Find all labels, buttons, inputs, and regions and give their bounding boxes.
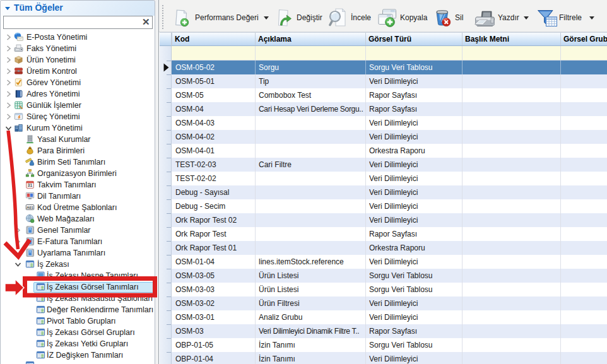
svg-text:31: 31 (28, 183, 33, 187)
svg-text:A01: A01 (27, 206, 33, 209)
